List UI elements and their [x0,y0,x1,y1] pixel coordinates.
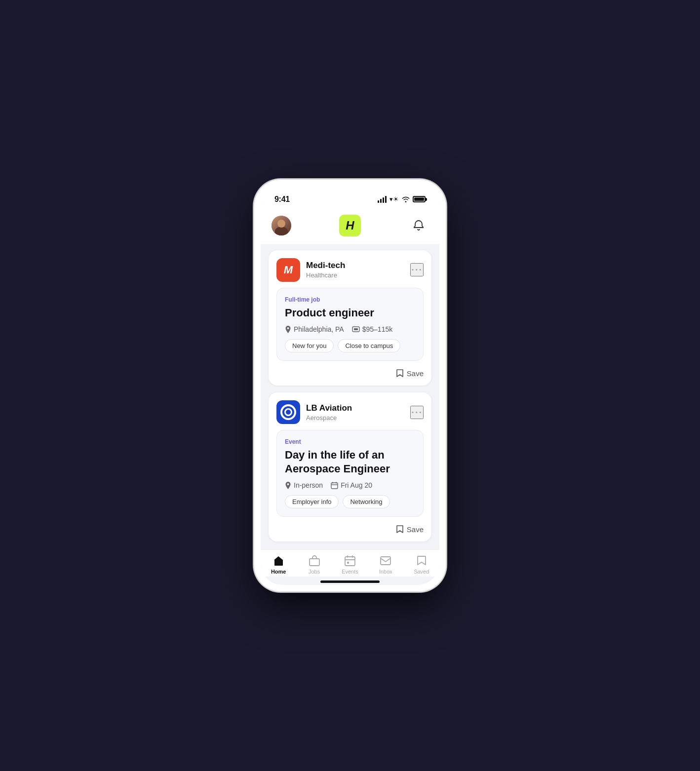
location-icon [285,326,291,333]
lb-aviation-info-row: LB Aviation Aerospace [276,400,352,424]
meditech-industry: Healthcare [306,271,345,279]
meditech-info-row: M Medi-tech Healthcare [276,258,345,282]
lb-aviation-location: In-person [285,481,323,489]
lb-aviation-header: LB Aviation Aerospace ··· [276,400,424,424]
meditech-company-info: Medi-tech Healthcare [306,261,345,279]
svg-rect-6 [381,557,390,565]
saved-icon [416,555,428,567]
brand-logo: H [339,215,361,236]
meditech-more-button[interactable]: ··· [410,263,424,276]
nav-inbox-label: Inbox [379,569,392,575]
status-bar: 9:41 ▾☀ [261,186,439,210]
notifications-bell-icon[interactable] [409,216,428,235]
lb-aviation-logo [276,400,300,424]
meditech-job-title: Product engineer [285,306,415,320]
lb-aviation-company-info: LB Aviation Aerospace [306,403,352,422]
app-header: H [261,210,439,244]
meditech-save-button[interactable]: Save [396,369,424,378]
svg-rect-2 [331,483,338,489]
status-time: 9:41 [274,195,290,204]
meditech-job-card[interactable]: Full-time job Product engineer Philadelp… [276,288,424,361]
lb-aviation-company-name: LB Aviation [306,403,352,413]
phone-frame: 9:41 ▾☀ [254,179,446,592]
svg-rect-1 [354,328,358,330]
meditech-job-type: Full-time job [285,296,415,303]
tag-close-to-campus: Close to campus [338,339,400,352]
nav-home[interactable]: Home [264,555,293,575]
meditech-save-row: Save [276,367,424,378]
svg-rect-5 [347,562,349,564]
tag-employer-info: Employer info [285,495,339,508]
lb-aviation-save-button[interactable]: Save [396,525,424,534]
tag-new-for-you: New for you [285,339,334,352]
nav-inbox[interactable]: Inbox [371,555,400,575]
home-icon [272,555,284,567]
nav-home-label: Home [271,569,286,575]
lb-aviation-event-type: Event [285,438,415,445]
meditech-header: M Medi-tech Healthcare ··· [276,258,424,282]
tag-networking: Networking [343,495,389,508]
bookmark-icon [396,369,404,378]
lb-aviation-event-title: Day in the life of an Aerospace Engineer [285,448,415,475]
phone-screen: 9:41 ▾☀ [261,186,439,585]
bottom-nav: Home Jobs Events [261,549,439,577]
signal-icon [378,196,387,203]
svg-rect-3 [310,559,319,566]
svg-rect-4 [345,557,355,566]
meditech-card[interactable]: M Medi-tech Healthcare ··· Full-time job… [269,250,431,386]
bookmark-icon [396,525,404,534]
nav-saved[interactable]: Saved [407,555,436,575]
lb-aviation-industry: Aerospace [306,414,352,422]
inbox-icon [380,555,391,567]
wifi-icon [402,196,410,202]
lb-aviation-tags: Employer info Networking [285,495,415,508]
nav-saved-label: Saved [414,569,429,575]
lb-aviation-more-button[interactable]: ··· [410,406,424,419]
scroll-content: M Medi-tech Healthcare ··· Full-time job… [261,244,439,550]
meditech-location: Philadelphia, PA [285,325,344,333]
lb-aviation-date: Fri Aug 20 [331,481,372,489]
meditech-logo: M [276,258,300,282]
battery-icon [413,196,426,202]
avatar[interactable] [272,216,291,235]
meditech-job-meta: Philadelphia, PA $95–115k [285,325,415,333]
meditech-company-name: Medi-tech [306,261,345,270]
calendar-icon [331,482,338,489]
lb-aviation-save-row: Save [276,523,424,534]
status-icons: ▾☀ [378,195,426,203]
lb-aviation-event-card[interactable]: Event Day in the life of an Aerospace En… [276,430,424,517]
nav-jobs[interactable]: Jobs [300,555,329,575]
nav-jobs-label: Jobs [309,569,320,575]
nav-events[interactable]: Events [335,555,365,575]
meditech-salary: $95–115k [352,325,393,333]
nav-events-label: Events [342,569,358,575]
jobs-icon [309,555,320,567]
lb-aviation-event-meta: In-person Fri Aug 20 [285,481,415,489]
wifi-icon: ▾☀ [389,195,399,203]
lb-aviation-card[interactable]: LB Aviation Aerospace ··· Event Day in t… [269,392,431,541]
location-icon [285,482,291,489]
meditech-tags: New for you Close to campus [285,339,415,352]
salary-icon [352,326,360,333]
home-indicator [320,580,380,583]
events-icon [344,555,356,567]
